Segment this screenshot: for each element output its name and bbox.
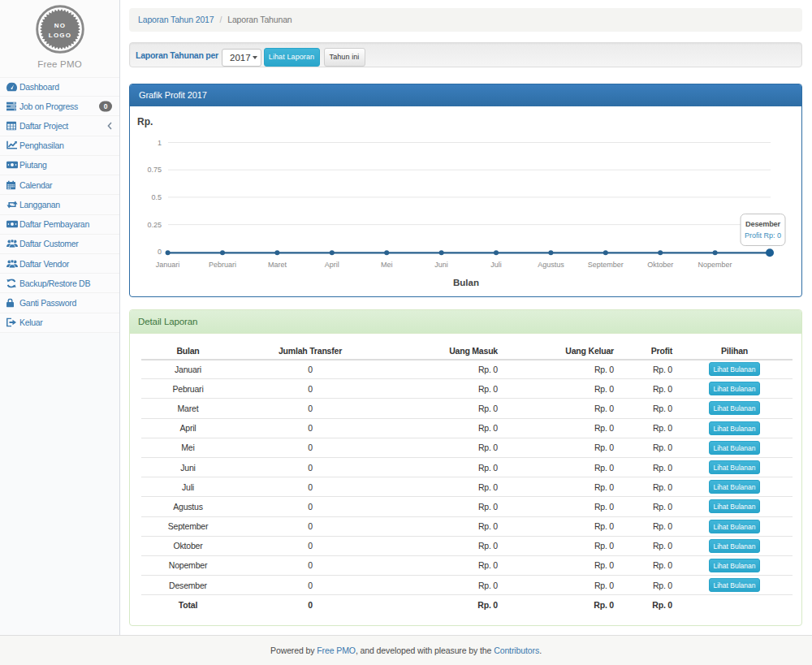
svg-text:September: September: [588, 261, 624, 269]
svg-text:Maret: Maret: [268, 261, 287, 269]
svg-text:0.25: 0.25: [147, 221, 162, 229]
svg-text:April: April: [325, 261, 339, 269]
svg-text:NO: NO: [54, 22, 66, 29]
svg-text:Bulan: Bulan: [453, 278, 479, 287]
svg-text:LOGO: LOGO: [49, 32, 71, 39]
svg-text:1: 1: [158, 139, 162, 147]
svg-text:Agustus: Agustus: [538, 261, 564, 269]
svg-text:Profit Rp: 0: Profit Rp: 0: [745, 231, 781, 240]
svg-text:Rp.: Rp.: [137, 116, 153, 127]
svg-text:0.5: 0.5: [151, 193, 162, 201]
svg-text:Pebruari: Pebruari: [209, 261, 236, 269]
svg-text:Nopember: Nopember: [698, 261, 732, 269]
svg-text:0.75: 0.75: [147, 166, 162, 174]
svg-text:Juli: Juli: [490, 261, 502, 269]
svg-text:Desember: Desember: [745, 220, 780, 228]
svg-text:Mei: Mei: [381, 261, 393, 269]
svg-text:Januari: Januari: [156, 261, 180, 269]
svg-text:Oktober: Oktober: [647, 261, 673, 269]
svg-text:0: 0: [158, 248, 162, 256]
svg-text:Juni: Juni: [434, 261, 448, 269]
